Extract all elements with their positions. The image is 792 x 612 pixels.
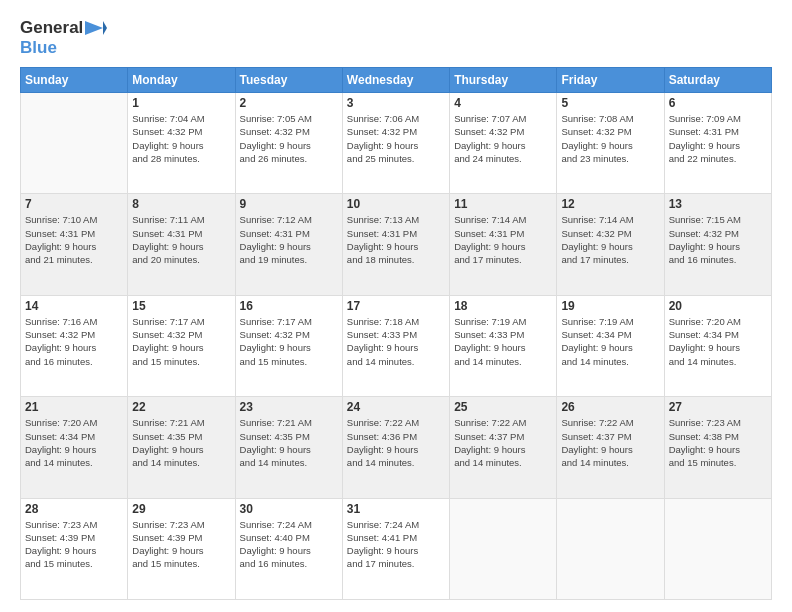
day-number: 10: [347, 197, 445, 211]
day-number: 15: [132, 299, 230, 313]
day-info: Sunrise: 7:22 AMSunset: 4:37 PMDaylight:…: [454, 416, 552, 469]
logo-text: General Blue: [20, 18, 83, 57]
day-number: 23: [240, 400, 338, 414]
calendar-cell: 14Sunrise: 7:16 AMSunset: 4:32 PMDayligh…: [21, 295, 128, 396]
calendar-cell: [21, 93, 128, 194]
day-info: Sunrise: 7:20 AMSunset: 4:34 PMDaylight:…: [25, 416, 123, 469]
day-info: Sunrise: 7:15 AMSunset: 4:32 PMDaylight:…: [669, 213, 767, 266]
calendar-cell: 5Sunrise: 7:08 AMSunset: 4:32 PMDaylight…: [557, 93, 664, 194]
day-number: 4: [454, 96, 552, 110]
day-number: 21: [25, 400, 123, 414]
day-info: Sunrise: 7:12 AMSunset: 4:31 PMDaylight:…: [240, 213, 338, 266]
day-number: 27: [669, 400, 767, 414]
day-number: 13: [669, 197, 767, 211]
day-info: Sunrise: 7:10 AMSunset: 4:31 PMDaylight:…: [25, 213, 123, 266]
day-info: Sunrise: 7:07 AMSunset: 4:32 PMDaylight:…: [454, 112, 552, 165]
calendar-cell: [557, 498, 664, 599]
day-info: Sunrise: 7:09 AMSunset: 4:31 PMDaylight:…: [669, 112, 767, 165]
calendar-cell: 17Sunrise: 7:18 AMSunset: 4:33 PMDayligh…: [342, 295, 449, 396]
calendar-cell: 28Sunrise: 7:23 AMSunset: 4:39 PMDayligh…: [21, 498, 128, 599]
day-number: 2: [240, 96, 338, 110]
day-info: Sunrise: 7:16 AMSunset: 4:32 PMDaylight:…: [25, 315, 123, 368]
day-info: Sunrise: 7:13 AMSunset: 4:31 PMDaylight:…: [347, 213, 445, 266]
day-number: 3: [347, 96, 445, 110]
day-info: Sunrise: 7:14 AMSunset: 4:32 PMDaylight:…: [561, 213, 659, 266]
day-info: Sunrise: 7:22 AMSunset: 4:36 PMDaylight:…: [347, 416, 445, 469]
calendar-cell: 23Sunrise: 7:21 AMSunset: 4:35 PMDayligh…: [235, 397, 342, 498]
day-number: 6: [669, 96, 767, 110]
calendar-cell: 25Sunrise: 7:22 AMSunset: 4:37 PMDayligh…: [450, 397, 557, 498]
calendar-cell: 2Sunrise: 7:05 AMSunset: 4:32 PMDaylight…: [235, 93, 342, 194]
day-info: Sunrise: 7:19 AMSunset: 4:33 PMDaylight:…: [454, 315, 552, 368]
calendar-cell: 7Sunrise: 7:10 AMSunset: 4:31 PMDaylight…: [21, 194, 128, 295]
calendar-row: 1Sunrise: 7:04 AMSunset: 4:32 PMDaylight…: [21, 93, 772, 194]
weekday-header-saturday: Saturday: [664, 68, 771, 93]
calendar-table: SundayMondayTuesdayWednesdayThursdayFrid…: [20, 67, 772, 600]
calendar-cell: 26Sunrise: 7:22 AMSunset: 4:37 PMDayligh…: [557, 397, 664, 498]
day-info: Sunrise: 7:19 AMSunset: 4:34 PMDaylight:…: [561, 315, 659, 368]
day-number: 8: [132, 197, 230, 211]
calendar-cell: 8Sunrise: 7:11 AMSunset: 4:31 PMDaylight…: [128, 194, 235, 295]
calendar-cell: 22Sunrise: 7:21 AMSunset: 4:35 PMDayligh…: [128, 397, 235, 498]
weekday-header-wednesday: Wednesday: [342, 68, 449, 93]
day-number: 25: [454, 400, 552, 414]
calendar-cell: 20Sunrise: 7:20 AMSunset: 4:34 PMDayligh…: [664, 295, 771, 396]
day-number: 5: [561, 96, 659, 110]
svg-marker-0: [85, 21, 103, 35]
calendar-cell: 21Sunrise: 7:20 AMSunset: 4:34 PMDayligh…: [21, 397, 128, 498]
day-number: 11: [454, 197, 552, 211]
day-number: 24: [347, 400, 445, 414]
day-number: 9: [240, 197, 338, 211]
calendar-cell: 10Sunrise: 7:13 AMSunset: 4:31 PMDayligh…: [342, 194, 449, 295]
day-info: Sunrise: 7:08 AMSunset: 4:32 PMDaylight:…: [561, 112, 659, 165]
logo: General Blue: [20, 18, 83, 57]
day-info: Sunrise: 7:24 AMSunset: 4:41 PMDaylight:…: [347, 518, 445, 571]
weekday-header-sunday: Sunday: [21, 68, 128, 93]
calendar-cell: 31Sunrise: 7:24 AMSunset: 4:41 PMDayligh…: [342, 498, 449, 599]
weekday-header-tuesday: Tuesday: [235, 68, 342, 93]
calendar-cell: 24Sunrise: 7:22 AMSunset: 4:36 PMDayligh…: [342, 397, 449, 498]
day-info: Sunrise: 7:20 AMSunset: 4:34 PMDaylight:…: [669, 315, 767, 368]
svg-marker-1: [103, 21, 107, 35]
calendar-row: 7Sunrise: 7:10 AMSunset: 4:31 PMDaylight…: [21, 194, 772, 295]
weekday-header-thursday: Thursday: [450, 68, 557, 93]
day-info: Sunrise: 7:17 AMSunset: 4:32 PMDaylight:…: [132, 315, 230, 368]
day-number: 30: [240, 502, 338, 516]
calendar-cell: 16Sunrise: 7:17 AMSunset: 4:32 PMDayligh…: [235, 295, 342, 396]
day-number: 28: [25, 502, 123, 516]
calendar-row: 21Sunrise: 7:20 AMSunset: 4:34 PMDayligh…: [21, 397, 772, 498]
day-number: 29: [132, 502, 230, 516]
day-number: 16: [240, 299, 338, 313]
day-info: Sunrise: 7:17 AMSunset: 4:32 PMDaylight:…: [240, 315, 338, 368]
day-info: Sunrise: 7:14 AMSunset: 4:31 PMDaylight:…: [454, 213, 552, 266]
weekday-header-friday: Friday: [557, 68, 664, 93]
calendar-cell: 27Sunrise: 7:23 AMSunset: 4:38 PMDayligh…: [664, 397, 771, 498]
calendar-cell: 18Sunrise: 7:19 AMSunset: 4:33 PMDayligh…: [450, 295, 557, 396]
weekday-header-monday: Monday: [128, 68, 235, 93]
calendar-row: 28Sunrise: 7:23 AMSunset: 4:39 PMDayligh…: [21, 498, 772, 599]
day-info: Sunrise: 7:24 AMSunset: 4:40 PMDaylight:…: [240, 518, 338, 571]
calendar-cell: 11Sunrise: 7:14 AMSunset: 4:31 PMDayligh…: [450, 194, 557, 295]
day-number: 19: [561, 299, 659, 313]
calendar-cell: 29Sunrise: 7:23 AMSunset: 4:39 PMDayligh…: [128, 498, 235, 599]
calendar-cell: 12Sunrise: 7:14 AMSunset: 4:32 PMDayligh…: [557, 194, 664, 295]
calendar-cell: 13Sunrise: 7:15 AMSunset: 4:32 PMDayligh…: [664, 194, 771, 295]
day-info: Sunrise: 7:23 AMSunset: 4:39 PMDaylight:…: [132, 518, 230, 571]
day-info: Sunrise: 7:23 AMSunset: 4:38 PMDaylight:…: [669, 416, 767, 469]
calendar-cell: 19Sunrise: 7:19 AMSunset: 4:34 PMDayligh…: [557, 295, 664, 396]
calendar-cell: [664, 498, 771, 599]
calendar-cell: 9Sunrise: 7:12 AMSunset: 4:31 PMDaylight…: [235, 194, 342, 295]
weekday-header-row: SundayMondayTuesdayWednesdayThursdayFrid…: [21, 68, 772, 93]
day-number: 17: [347, 299, 445, 313]
day-info: Sunrise: 7:21 AMSunset: 4:35 PMDaylight:…: [132, 416, 230, 469]
day-number: 12: [561, 197, 659, 211]
page: General Blue SundayMondayTuesdayWednesda…: [0, 0, 792, 612]
day-number: 31: [347, 502, 445, 516]
day-info: Sunrise: 7:21 AMSunset: 4:35 PMDaylight:…: [240, 416, 338, 469]
calendar-row: 14Sunrise: 7:16 AMSunset: 4:32 PMDayligh…: [21, 295, 772, 396]
day-number: 18: [454, 299, 552, 313]
calendar-cell: 30Sunrise: 7:24 AMSunset: 4:40 PMDayligh…: [235, 498, 342, 599]
day-number: 1: [132, 96, 230, 110]
calendar-cell: 1Sunrise: 7:04 AMSunset: 4:32 PMDaylight…: [128, 93, 235, 194]
day-info: Sunrise: 7:06 AMSunset: 4:32 PMDaylight:…: [347, 112, 445, 165]
